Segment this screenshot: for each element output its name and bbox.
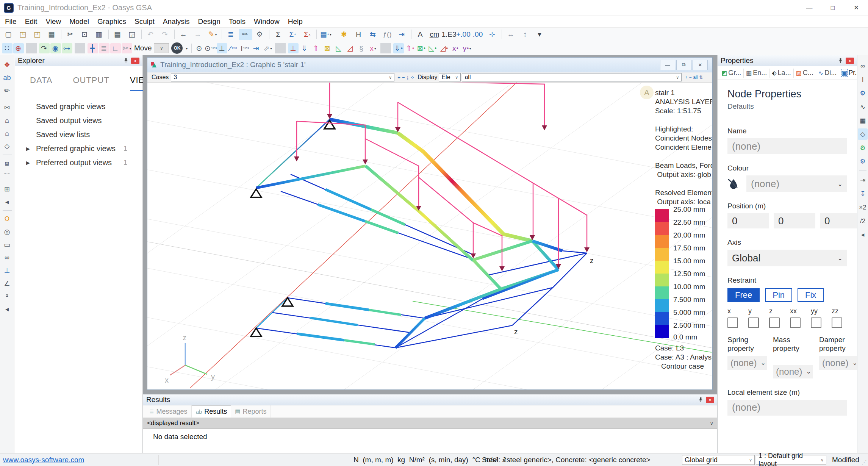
menu-help[interactable]: Help: [284, 17, 307, 26]
cases-mini-button[interactable]: ⁘: [410, 75, 414, 80]
undo-icon[interactable]: ↶: [144, 29, 158, 40]
flatten-icon[interactable]: ≣: [99, 43, 109, 53]
fit-height-icon[interactable]: ↕: [519, 29, 532, 40]
offset-icon[interactable]: ⇗▾: [262, 43, 273, 53]
table-view-icon[interactable]: ≣: [224, 29, 238, 40]
contour-displacement-icon[interactable]: ⇓●: [393, 43, 404, 53]
close-file-icon[interactable]: ◰: [31, 29, 44, 40]
paste-icon[interactable]: ▥: [92, 29, 106, 40]
explorer-tree-item[interactable]: ▶ Preferred graphic views 1: [15, 142, 142, 156]
close-panel-icon[interactable]: x: [131, 58, 139, 64]
h-tool-icon[interactable]: H: [352, 29, 366, 40]
settings-gear-icon[interactable]: ⚙: [858, 88, 868, 99]
tab-data[interactable]: DATA: [30, 75, 52, 91]
tab-contours[interactable]: ▨ C...: [794, 69, 816, 78]
box-3d-icon[interactable]: ◇: [2, 141, 13, 152]
list-mini-button[interactable]: −: [689, 75, 691, 80]
node-link-icon[interactable]: ∞: [2, 252, 13, 263]
contour-x-icon[interactable]: x●: [450, 43, 461, 53]
window-restore-icon[interactable]: ⧉: [676, 60, 691, 70]
misc-diagram-icon[interactable]: x▾: [368, 43, 378, 53]
tools-wrench-icon[interactable]: ⚙: [253, 29, 267, 40]
restraint-checkbox[interactable]: [769, 317, 780, 328]
grid-view-icon[interactable]: ⊞: [2, 183, 13, 195]
spring-property-select[interactable]: (none)⌄: [727, 356, 767, 370]
menu-view[interactable]: View: [41, 17, 65, 26]
explorer-tree-item[interactable]: Saved output views: [15, 114, 142, 128]
graphic-view-icon[interactable]: ❖: [2, 59, 13, 70]
output-view-icon[interactable]: ab: [2, 72, 13, 83]
position-field[interactable]: [727, 213, 769, 228]
contour-shear-icon[interactable]: ◺●: [427, 43, 438, 53]
restraint-checkbox[interactable]: [727, 317, 738, 328]
restraint-button[interactable]: Pin: [765, 288, 792, 302]
sum-icon[interactable]: Σ: [272, 29, 285, 40]
restraint-checkbox[interactable]: [790, 317, 801, 328]
patch-load-icon[interactable]: ⊠: [322, 43, 333, 53]
caret-icon[interactable]: ▶: [26, 146, 36, 152]
goto-list-icon[interactable]: ⇥: [395, 29, 409, 40]
load-display-icon[interactable]: ⊥: [288, 43, 299, 53]
building-icon[interactable]: ⌂: [2, 128, 13, 139]
remove-decimal-icon[interactable]: .00: [471, 29, 485, 40]
menu-design[interactable]: Design: [194, 17, 225, 26]
pin-icon[interactable]: [123, 58, 129, 64]
tab-results[interactable]: ab Results: [192, 405, 231, 418]
collapse-panel-icon[interactable]: ◂: [2, 303, 13, 315]
collapse-left-icon[interactable]: ◂: [2, 196, 13, 208]
restraint-checkbox[interactable]: [748, 317, 759, 328]
sculpt-arc-icon[interactable]: ↷: [39, 43, 50, 53]
home-icon[interactable]: ⌂: [2, 115, 13, 126]
print-preview-icon[interactable]: ◲: [125, 29, 139, 40]
cases-mini-button[interactable]: +: [397, 75, 400, 80]
cut-icon[interactable]: ✂: [64, 29, 77, 40]
back-icon[interactable]: ←: [177, 29, 191, 40]
cases-mini-button[interactable]: −: [402, 75, 405, 80]
sum-add-icon[interactable]: Σ+: [286, 29, 300, 40]
frame-edit-icon[interactable]: ▭: [2, 239, 13, 250]
restraint-button[interactable]: Free: [727, 288, 760, 302]
explorer-tree-item[interactable]: ▶ Preferred output views 1: [15, 156, 142, 170]
window-close-icon[interactable]: ✕: [693, 60, 708, 70]
font-icon[interactable]: A: [414, 29, 427, 40]
displayed-result-dropdown[interactable]: <displayed result>∨: [143, 418, 717, 429]
exponent-icon[interactable]: 1.E3: [443, 29, 456, 40]
reaction-display-icon[interactable]: ⇑: [311, 43, 321, 53]
damper-property-select[interactable]: (none)⌄: [819, 356, 859, 370]
collapse-right-icon[interactable]: ◂: [858, 229, 868, 240]
minimize-button[interactable]: —: [798, 0, 821, 16]
move-mode-dropdown[interactable]: ∨: [154, 43, 169, 53]
element-numbers-icon[interactable]: ∕123: [228, 43, 239, 53]
axis-select[interactable]: Global⌄: [727, 250, 847, 266]
copy-icon[interactable]: ⊡: [78, 29, 92, 40]
close-panel-icon[interactable]: x: [706, 397, 714, 403]
wand-icon[interactable]: ✱: [338, 29, 351, 40]
add-decimal-icon[interactable]: +.00: [457, 29, 471, 40]
contour-reaction-icon[interactable]: ⇑●: [405, 43, 415, 53]
scale-down-icon[interactable]: /2: [858, 215, 868, 227]
split-element-icon[interactable]: ✂▾: [122, 43, 132, 53]
pin-icon[interactable]: [838, 58, 843, 64]
save-icon[interactable]: ▦: [45, 29, 59, 40]
explorer-tree-item[interactable]: Saved view lists: [15, 128, 142, 142]
angle-icon[interactable]: ∠: [2, 278, 13, 289]
menu-graphics[interactable]: Graphics: [93, 17, 130, 26]
link-icon[interactable]: ∞: [858, 60, 868, 72]
position-field[interactable]: [820, 213, 862, 228]
fit-width-icon[interactable]: ↔: [504, 29, 518, 40]
axes-icon[interactable]: ⊹: [486, 29, 499, 40]
section-display-icon[interactable]: I123: [239, 43, 250, 53]
name-field[interactable]: [727, 138, 847, 154]
maximize-button[interactable]: □: [821, 0, 845, 16]
straighten-icon[interactable]: ∟: [110, 43, 121, 53]
grid-layout-select[interactable]: 1 : Default grid layout∨: [756, 455, 826, 465]
function-icon[interactable]: ƒ(): [381, 29, 394, 40]
sculpt-node-icon[interactable]: ◉: [50, 43, 61, 53]
print-graphic-icon[interactable]: ▤+▾: [319, 29, 333, 40]
sculpt-pencil-icon[interactable]: ✏: [2, 85, 13, 96]
add-node-icon[interactable]: ⊕: [13, 43, 24, 53]
units-icon[interactable]: c̲m̲: [428, 29, 442, 40]
resize-grip[interactable]: ⋰: [862, 459, 867, 465]
ok-dropdown-icon[interactable]: ▾: [184, 42, 189, 54]
print-icon[interactable]: ▤: [111, 29, 125, 40]
